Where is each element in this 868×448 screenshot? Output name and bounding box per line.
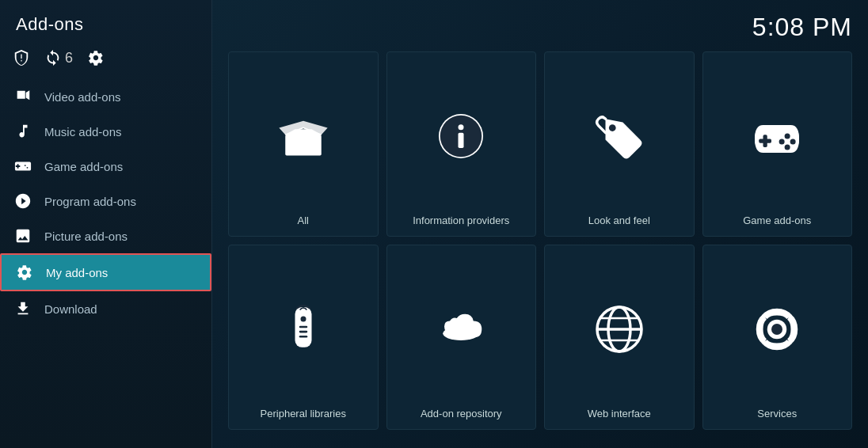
video-label: Video add-ons	[44, 90, 120, 104]
sidebar-item-picture[interactable]: Picture add-ons	[0, 218, 211, 253]
sidebar-item-program[interactable]: Program add-ons	[0, 184, 211, 218]
grid-item-lookandfeel[interactable]: Look and feel	[544, 51, 695, 237]
update-count: 6	[65, 50, 73, 66]
sidebar-toolbar: 6	[0, 43, 211, 79]
sidebar: Add-ons 6	[0, 0, 212, 448]
svg-point-27	[771, 324, 782, 335]
my-addons-icon	[14, 264, 35, 281]
svg-point-14	[785, 144, 790, 150]
addon-grid: All Information providers	[228, 51, 852, 430]
lookandfeel-label: Look and feel	[588, 215, 650, 226]
grid-item-all[interactable]: All	[228, 51, 379, 237]
svg-point-12	[790, 139, 796, 144]
video-icon	[13, 88, 33, 105]
info-label: Information providers	[413, 215, 509, 226]
page-title: Add-ons	[0, 0, 211, 43]
svg-rect-5	[459, 132, 464, 147]
web-icon	[592, 258, 647, 400]
svg-rect-19	[299, 335, 308, 337]
gameaddons-label: Game add-ons	[743, 215, 811, 226]
svg-rect-10	[760, 139, 772, 142]
my-addons-label: My add-ons	[46, 266, 108, 279]
grid-item-services[interactable]: Services	[702, 245, 853, 430]
svg-point-16	[300, 316, 306, 321]
svg-point-13	[779, 139, 785, 144]
info-icon	[433, 65, 489, 207]
grid-item-web[interactable]: Web interface	[544, 245, 695, 430]
program-icon	[13, 192, 33, 210]
grid-item-repository[interactable]: Add-on repository	[386, 245, 537, 430]
all-label: All	[298, 215, 309, 226]
download-icon	[13, 300, 33, 317]
svg-point-6	[609, 124, 616, 131]
sidebar-item-download[interactable]: Download	[0, 291, 211, 326]
repository-icon	[433, 258, 489, 400]
game-label: Game add-ons	[44, 160, 123, 173]
program-label: Program add-ons	[44, 195, 136, 208]
grid-item-info[interactable]: Information providers	[386, 51, 537, 237]
sidebar-item-game[interactable]: Game add-ons	[0, 149, 211, 184]
gameaddons-icon	[749, 65, 805, 207]
picture-icon	[13, 227, 33, 245]
music-label: Music add-ons	[44, 125, 122, 139]
nav-menu: Video add-ons Music add-ons Game add-ons	[0, 79, 211, 448]
download-label: Download	[44, 302, 97, 316]
peripheral-label: Peripheral libraries	[261, 408, 346, 420]
grid-item-peripheral[interactable]: Peripheral libraries	[228, 245, 379, 430]
picture-label: Picture add-ons	[44, 230, 128, 243]
sidebar-item-music[interactable]: Music add-ons	[0, 114, 211, 149]
grid-item-gameaddons[interactable]: Game add-ons	[702, 51, 853, 237]
services-label: Services	[757, 408, 797, 420]
lookandfeel-icon	[592, 65, 647, 207]
sidebar-item-my-addons[interactable]: My add-ons	[0, 253, 211, 291]
repository-label: Add-on repository	[421, 408, 502, 420]
update-icon-button[interactable]: 6	[44, 49, 73, 66]
game-icon	[13, 158, 33, 175]
sidebar-item-video[interactable]: Video add-ons	[0, 79, 211, 114]
main-header: 5:08 PM	[228, 13, 852, 51]
peripheral-icon	[276, 258, 331, 400]
svg-point-4	[459, 124, 464, 130]
svg-point-20	[444, 326, 480, 340]
svg-point-11	[785, 133, 790, 139]
music-icon	[13, 123, 33, 140]
main-content: 5:08 PM All	[212, 0, 868, 448]
svg-rect-1	[299, 131, 308, 134]
web-label: Web interface	[588, 408, 651, 420]
svg-rect-18	[299, 330, 308, 332]
settings-icon-button[interactable]	[87, 49, 105, 66]
clock: 5:08 PM	[752, 13, 852, 42]
all-icon	[276, 65, 331, 207]
package-icon-button[interactable]	[13, 49, 30, 66]
services-icon	[749, 258, 805, 400]
svg-rect-17	[299, 325, 308, 328]
